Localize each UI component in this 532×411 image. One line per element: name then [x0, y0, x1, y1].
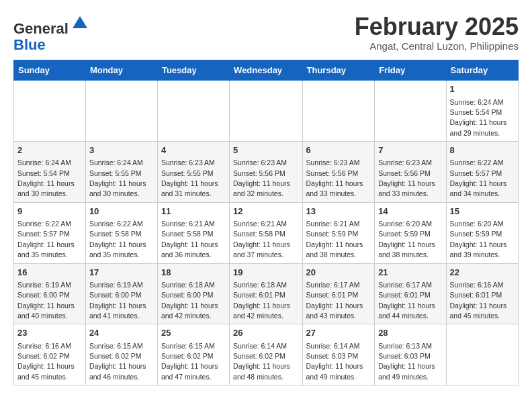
- day-info-text: Sunrise: 6:23 AM Sunset: 5:55 PM Dayligh…: [161, 158, 220, 197]
- calendar-week-row: 2Sunrise: 6:24 AM Sunset: 5:54 PM Daylig…: [14, 142, 519, 203]
- day-number: 15: [450, 205, 515, 218]
- day-of-week-header: Monday: [85, 60, 157, 81]
- title-section: February 2025 Angat, Central Luzon, Phil…: [355, 13, 519, 52]
- day-info-text: Sunrise: 6:18 AM Sunset: 6:01 PM Dayligh…: [233, 281, 292, 320]
- days-of-week-row: SundayMondayTuesdayWednesdayThursdayFrid…: [14, 60, 519, 81]
- day-info-text: Sunrise: 6:21 AM Sunset: 5:59 PM Dayligh…: [306, 220, 365, 259]
- day-number: 17: [89, 267, 154, 279]
- day-number: 16: [17, 267, 82, 279]
- day-info-text: Sunrise: 6:24 AM Sunset: 5:54 PM Dayligh…: [17, 158, 77, 197]
- page-header: General Blue February 2025 Angat, Centra…: [13, 13, 519, 53]
- day-info-text: Sunrise: 6:19 AM Sunset: 6:00 PM Dayligh…: [17, 281, 77, 320]
- day-of-week-header: Wednesday: [230, 60, 302, 81]
- calendar-day-cell: [157, 81, 229, 142]
- calendar-day-cell: 5Sunrise: 6:23 AM Sunset: 5:56 PM Daylig…: [230, 142, 302, 203]
- calendar-day-cell: 10Sunrise: 6:22 AM Sunset: 5:58 PM Dayli…: [85, 202, 157, 263]
- logo: General Blue: [13, 13, 90, 53]
- day-number: 5: [233, 144, 298, 156]
- svg-marker-0: [73, 16, 87, 28]
- day-info-text: Sunrise: 6:17 AM Sunset: 6:01 PM Dayligh…: [306, 281, 365, 320]
- calendar-day-cell: 25Sunrise: 6:15 AM Sunset: 6:02 PM Dayli…: [157, 324, 229, 385]
- calendar-body: 1Sunrise: 6:24 AM Sunset: 5:54 PM Daylig…: [14, 81, 519, 385]
- day-info-text: Sunrise: 6:15 AM Sunset: 6:02 PM Dayligh…: [89, 342, 148, 381]
- calendar-day-cell: 13Sunrise: 6:21 AM Sunset: 5:59 PM Dayli…: [302, 202, 375, 263]
- calendar-day-cell: 7Sunrise: 6:23 AM Sunset: 5:56 PM Daylig…: [375, 142, 446, 203]
- day-number: 1: [450, 83, 515, 95]
- day-number: 2: [17, 144, 82, 156]
- calendar-day-cell: 27Sunrise: 6:14 AM Sunset: 6:03 PM Dayli…: [302, 324, 375, 385]
- day-info-text: Sunrise: 6:18 AM Sunset: 6:00 PM Dayligh…: [161, 281, 220, 320]
- day-number: 10: [89, 205, 154, 218]
- calendar-day-cell: 17Sunrise: 6:19 AM Sunset: 6:00 PM Dayli…: [85, 263, 157, 324]
- calendar-day-cell: 2Sunrise: 6:24 AM Sunset: 5:54 PM Daylig…: [14, 142, 86, 203]
- calendar-day-cell: 16Sunrise: 6:19 AM Sunset: 6:00 PM Dayli…: [14, 263, 86, 324]
- day-number: 21: [378, 267, 442, 279]
- day-info-text: Sunrise: 6:23 AM Sunset: 5:56 PM Dayligh…: [306, 158, 365, 197]
- logo-icon: [70, 13, 90, 34]
- calendar-week-row: 9Sunrise: 6:22 AM Sunset: 5:57 PM Daylig…: [14, 202, 519, 263]
- day-info-text: Sunrise: 6:20 AM Sunset: 5:59 PM Dayligh…: [378, 220, 437, 259]
- calendar-day-cell: 8Sunrise: 6:22 AM Sunset: 5:57 PM Daylig…: [446, 142, 518, 203]
- day-info-text: Sunrise: 6:17 AM Sunset: 6:01 PM Dayligh…: [378, 281, 437, 320]
- day-info-text: Sunrise: 6:22 AM Sunset: 5:57 PM Dayligh…: [450, 158, 509, 197]
- calendar-header: SundayMondayTuesdayWednesdayThursdayFrid…: [14, 60, 519, 81]
- calendar-day-cell: 15Sunrise: 6:20 AM Sunset: 5:59 PM Dayli…: [446, 202, 518, 263]
- day-number: 25: [161, 327, 226, 339]
- day-of-week-header: Friday: [375, 60, 446, 81]
- calendar-day-cell: 9Sunrise: 6:22 AM Sunset: 5:57 PM Daylig…: [14, 202, 86, 263]
- day-number: 3: [89, 144, 154, 156]
- day-of-week-header: Thursday: [302, 60, 375, 81]
- day-of-week-header: Tuesday: [157, 60, 229, 81]
- day-number: 23: [17, 327, 82, 339]
- day-info-text: Sunrise: 6:14 AM Sunset: 6:02 PM Dayligh…: [233, 342, 292, 381]
- day-info-text: Sunrise: 6:22 AM Sunset: 5:58 PM Dayligh…: [89, 220, 148, 259]
- day-number: 27: [306, 327, 371, 339]
- logo-general-text: General: [13, 20, 69, 37]
- day-info-text: Sunrise: 6:23 AM Sunset: 5:56 PM Dayligh…: [233, 158, 292, 197]
- calendar-day-cell: 28Sunrise: 6:13 AM Sunset: 6:03 PM Dayli…: [375, 324, 446, 385]
- day-info-text: Sunrise: 6:24 AM Sunset: 5:55 PM Dayligh…: [89, 158, 148, 197]
- calendar-day-cell: 24Sunrise: 6:15 AM Sunset: 6:02 PM Dayli…: [85, 324, 157, 385]
- calendar-day-cell: 12Sunrise: 6:21 AM Sunset: 5:58 PM Dayli…: [230, 202, 302, 263]
- calendar-day-cell: [85, 81, 157, 142]
- calendar-day-cell: 26Sunrise: 6:14 AM Sunset: 6:02 PM Dayli…: [230, 324, 302, 385]
- calendar-day-cell: 14Sunrise: 6:20 AM Sunset: 5:59 PM Dayli…: [375, 202, 446, 263]
- calendar-table: SundayMondayTuesdayWednesdayThursdayFrid…: [13, 60, 519, 385]
- calendar-day-cell: [14, 81, 86, 142]
- day-number: 26: [233, 327, 298, 339]
- location-subtitle: Angat, Central Luzon, Philippines: [355, 40, 519, 52]
- day-number: 14: [378, 205, 442, 218]
- calendar-day-cell: 20Sunrise: 6:17 AM Sunset: 6:01 PM Dayli…: [302, 263, 375, 324]
- calendar-day-cell: 6Sunrise: 6:23 AM Sunset: 5:56 PM Daylig…: [302, 142, 375, 203]
- day-info-text: Sunrise: 6:21 AM Sunset: 5:58 PM Dayligh…: [161, 220, 220, 259]
- calendar-day-cell: 11Sunrise: 6:21 AM Sunset: 5:58 PM Dayli…: [157, 202, 229, 263]
- calendar-day-cell: [302, 81, 375, 142]
- calendar-day-cell: 1Sunrise: 6:24 AM Sunset: 5:54 PM Daylig…: [446, 81, 518, 142]
- day-number: 7: [378, 144, 442, 156]
- calendar-day-cell: 19Sunrise: 6:18 AM Sunset: 6:01 PM Dayli…: [230, 263, 302, 324]
- day-number: 12: [233, 205, 298, 218]
- calendar-day-cell: [446, 324, 518, 385]
- day-info-text: Sunrise: 6:23 AM Sunset: 5:56 PM Dayligh…: [378, 158, 437, 197]
- calendar-day-cell: 23Sunrise: 6:16 AM Sunset: 6:02 PM Dayli…: [14, 324, 86, 385]
- day-number: 22: [450, 267, 515, 279]
- calendar-day-cell: 4Sunrise: 6:23 AM Sunset: 5:55 PM Daylig…: [157, 142, 229, 203]
- day-number: 18: [161, 267, 226, 279]
- day-number: 24: [89, 327, 154, 339]
- day-number: 6: [306, 144, 371, 156]
- day-number: 28: [378, 327, 442, 339]
- calendar-day-cell: 3Sunrise: 6:24 AM Sunset: 5:55 PM Daylig…: [85, 142, 157, 203]
- day-number: 19: [233, 267, 298, 279]
- day-number: 8: [450, 144, 515, 156]
- month-year-title: February 2025: [355, 13, 519, 40]
- calendar-day-cell: 21Sunrise: 6:17 AM Sunset: 6:01 PM Dayli…: [375, 263, 446, 324]
- day-info-text: Sunrise: 6:20 AM Sunset: 5:59 PM Dayligh…: [450, 220, 509, 259]
- calendar-day-cell: 22Sunrise: 6:16 AM Sunset: 6:01 PM Dayli…: [446, 263, 518, 324]
- day-of-week-header: Saturday: [446, 60, 518, 81]
- calendar-day-cell: [375, 81, 446, 142]
- day-info-text: Sunrise: 6:13 AM Sunset: 6:03 PM Dayligh…: [378, 342, 437, 381]
- calendar-day-cell: 18Sunrise: 6:18 AM Sunset: 6:00 PM Dayli…: [157, 263, 229, 324]
- calendar-week-row: 1Sunrise: 6:24 AM Sunset: 5:54 PM Daylig…: [14, 81, 519, 142]
- day-info-text: Sunrise: 6:21 AM Sunset: 5:58 PM Dayligh…: [233, 220, 292, 259]
- calendar-day-cell: [230, 81, 302, 142]
